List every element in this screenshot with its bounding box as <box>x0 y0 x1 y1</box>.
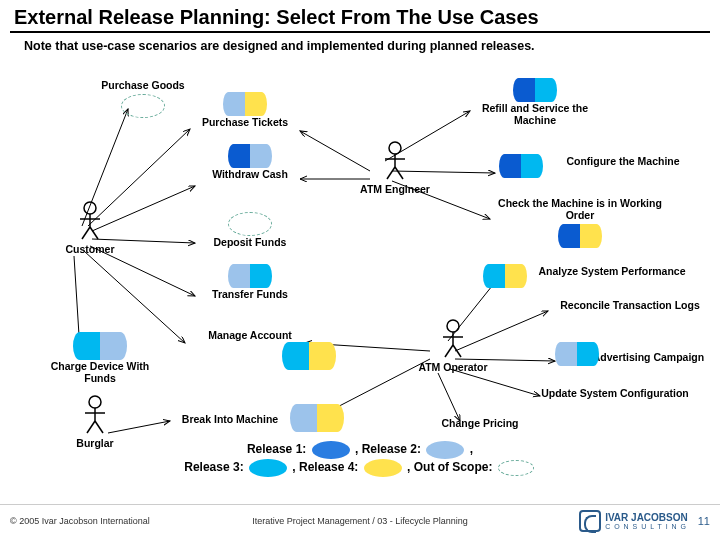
usecase-check-working: Check the Machine is in Working Order <box>490 197 670 248</box>
usecase-label: Purchase Goods <box>88 79 198 91</box>
usecase-purchase-tickets: Purchase Tickets <box>190 89 300 128</box>
svg-line-38 <box>87 421 95 433</box>
actor-atm-engineer: ATM Engineer <box>350 141 440 195</box>
ellipse-icon <box>245 92 267 116</box>
usecase-label: Configure the Machine <box>548 155 698 167</box>
usecase-break-into: Break Into Machine <box>160 413 300 425</box>
logo-icon <box>579 510 601 532</box>
ellipse-icon <box>317 404 344 432</box>
svg-line-24 <box>90 227 98 239</box>
legend-label: , Out of Scope: <box>407 460 492 474</box>
ellipse-icon <box>309 342 336 370</box>
svg-line-23 <box>82 227 90 239</box>
footer-center: Iterative Project Management / 03 - Life… <box>0 516 720 526</box>
actor-customer: Customer <box>50 201 130 255</box>
legend-label: , Release 2: <box>355 442 421 456</box>
usecase-label: Analyze System Performance <box>522 265 702 277</box>
ellipse-icon <box>499 154 521 178</box>
svg-line-29 <box>395 167 403 179</box>
usecase-break-ellipse <box>290 401 344 432</box>
ellipse-icon <box>100 332 127 360</box>
usecase-label: Purchase Tickets <box>190 116 300 128</box>
actor-atm-operator: ATM Operator <box>408 319 498 373</box>
usecase-analyze-ellipse <box>480 261 530 288</box>
usecase-configure: Configure the Machine <box>548 155 698 167</box>
usecase-reconcile: Reconcile Transaction Logs <box>545 299 715 311</box>
svg-point-30 <box>447 320 459 332</box>
usecase-label: Update System Configuration <box>520 387 710 399</box>
usecase-label: Deposit Funds <box>195 236 305 248</box>
ellipse-icon <box>73 332 100 360</box>
note-text: Note that use-case scenarios are designe… <box>0 39 720 61</box>
ellipse-icon <box>580 224 602 248</box>
usecase-label: Reconcile Transaction Logs <box>545 299 715 311</box>
usecase-refill-service: Refill and Service the Machine <box>470 75 600 126</box>
legend-label: , Release 4: <box>292 460 358 474</box>
usecase-label: Break Into Machine <box>160 413 300 425</box>
usecase-change-pricing: Change Pricing <box>420 417 540 429</box>
usecase-label: Transfer Funds <box>195 288 305 300</box>
usecase-label: Refill and Service the Machine <box>470 102 600 126</box>
actor-label: ATM Engineer <box>350 183 440 195</box>
legend-label: Release 3: <box>184 460 243 474</box>
svg-line-28 <box>387 167 395 179</box>
ellipse-icon <box>121 94 165 118</box>
usecase-manage-ellipse <box>282 339 336 370</box>
stick-figure-icon <box>382 141 408 181</box>
usecase-configure-ellipse <box>496 151 546 178</box>
stick-figure-icon <box>77 201 103 241</box>
svg-line-39 <box>95 421 103 433</box>
ellipse-icon <box>535 78 557 102</box>
usecase-label: Charge Device With Funds <box>40 360 160 384</box>
usecase-update-config: Update System Configuration <box>520 387 710 399</box>
svg-line-18 <box>438 373 460 421</box>
ellipse-icon <box>228 144 250 168</box>
ellipse-icon <box>223 92 245 116</box>
usecase-label: Check the Machine is in Working Order <box>490 197 670 221</box>
usecase-run-ads-ellipse <box>552 339 602 366</box>
legend-swatch-oos <box>498 460 534 476</box>
svg-point-20 <box>84 202 96 214</box>
page-title: External Release Planning: Select From T… <box>0 0 720 31</box>
legend-swatch-r2 <box>426 441 464 459</box>
title-underline <box>10 31 710 33</box>
usecase-label: Change Pricing <box>420 417 540 429</box>
ellipse-icon <box>250 264 272 288</box>
svg-point-25 <box>389 142 401 154</box>
ellipse-icon <box>521 154 543 178</box>
legend-swatch-r4 <box>364 459 402 477</box>
svg-line-33 <box>445 345 453 357</box>
usecase-label: Withdraw Cash <box>195 168 305 180</box>
usecase-purchase-goods: Purchase Goods <box>88 79 198 118</box>
diagram-canvas: Customer ATM Engineer ATM Operator Burgl… <box>0 61 720 481</box>
legend-swatch-r1 <box>312 441 350 459</box>
release-legend: Release 1: , Release 2: , Release 3: , R… <box>0 441 720 477</box>
svg-point-35 <box>89 396 101 408</box>
ellipse-icon <box>513 78 535 102</box>
legend-label: Release 1: <box>247 442 306 456</box>
usecase-charge-device: Charge Device With Funds <box>40 329 160 384</box>
ellipse-icon <box>228 264 250 288</box>
legend-swatch-r3 <box>249 459 287 477</box>
ellipse-icon <box>558 224 580 248</box>
ellipse-icon <box>577 342 599 366</box>
stick-figure-icon <box>82 395 108 435</box>
actor-label: Customer <box>50 243 130 255</box>
ellipse-icon <box>282 342 309 370</box>
usecase-analyze-perf: Analyze System Performance <box>522 265 702 277</box>
ellipse-icon <box>290 404 317 432</box>
ellipse-icon <box>228 212 272 236</box>
usecase-deposit-funds: Deposit Funds <box>195 209 305 248</box>
ellipse-icon <box>250 144 272 168</box>
usecase-withdraw-cash: Withdraw Cash <box>195 141 305 180</box>
page-footer: © 2005 Ivar Jacobson International Itera… <box>0 504 720 536</box>
ellipse-icon <box>555 342 577 366</box>
ellipse-icon <box>483 264 505 288</box>
actor-label: ATM Operator <box>408 361 498 373</box>
svg-line-34 <box>453 345 461 357</box>
ellipse-icon <box>505 264 527 288</box>
usecase-transfer-funds: Transfer Funds <box>195 261 305 300</box>
stick-figure-icon <box>440 319 466 359</box>
